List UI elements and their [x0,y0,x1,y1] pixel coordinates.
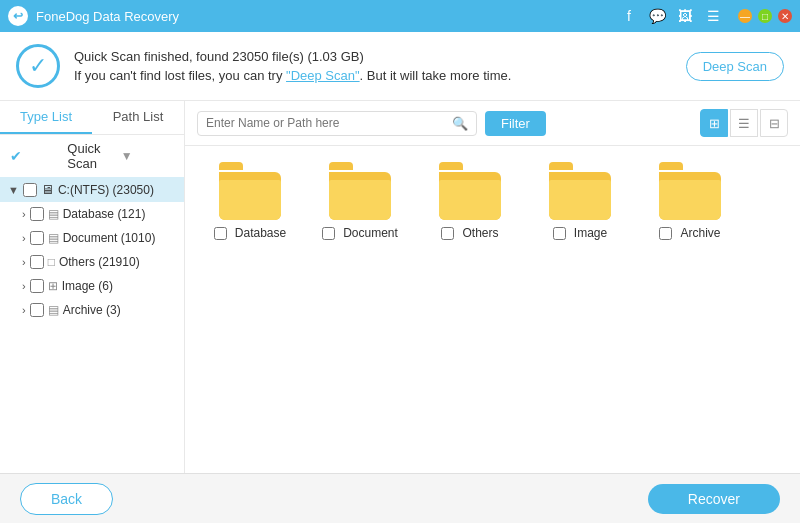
others-checkbox[interactable] [30,255,44,269]
database-icon: ▤ [48,207,59,221]
file-name-others: Others [462,226,498,240]
folder-icon [326,162,394,220]
file-checkbox-database[interactable] [214,227,227,240]
sidebar-item-image[interactable]: › ⊞ Image (6) [0,274,184,298]
archive-arrow-icon: › [22,304,26,316]
app-logo: ↩ [8,6,28,26]
file-grid: Database Document [185,146,800,473]
drive-icon: 🖥 [41,182,54,197]
main-container: ✓ Quick Scan finished, found 23050 file(… [0,32,800,523]
filter-button[interactable]: Filter [485,111,546,136]
back-button[interactable]: Back [20,483,113,515]
grid-view-btn[interactable]: ⊞ [700,109,728,137]
scan-banner: ✓ Quick Scan finished, found 23050 file(… [0,32,800,101]
titlebar: ↩ FoneDog Data Recovery f 💬 🖼 ☰ — □ ✕ [0,0,800,32]
file-checkbox-document[interactable] [322,227,335,240]
folder-icon [656,162,724,220]
sidebar: Type List Path List ✔ Quick Scan ▼ ▼ 🖥 C… [0,101,185,473]
quick-scan-row[interactable]: ✔ Quick Scan ▼ [0,135,184,177]
titlebar-social-icons: f 💬 🖼 ☰ [620,8,722,24]
others-icon: □ [48,255,55,269]
view-toggle-buttons: ⊞ ☰ ⊟ [700,109,788,137]
sidebar-item-archive[interactable]: › ▤ Archive (3) [0,298,184,322]
drive-label: C:(NTFS) (23050) [58,183,154,197]
sidebar-item-others[interactable]: › □ Others (21910) [0,250,184,274]
list-item[interactable]: Archive [645,162,735,240]
window-controls: — □ ✕ [738,9,792,23]
facebook-icon[interactable]: f [620,8,638,24]
image-type-icon: ⊞ [48,279,58,293]
file-view: 🔍 Filter ⊞ ☰ ⊟ [185,101,800,473]
list-item[interactable]: Others [425,162,515,240]
file-checkbox-others[interactable] [441,227,454,240]
file-toolbar: 🔍 Filter ⊞ ☰ ⊟ [185,101,800,146]
database-arrow-icon: › [22,208,26,220]
tab-type-list[interactable]: Type List [0,101,92,134]
others-label: Others (21910) [59,255,140,269]
close-btn[interactable]: ✕ [778,9,792,23]
sidebar-item-document[interactable]: › ▤ Document (1010) [0,226,184,250]
archive-icon: ▤ [48,303,59,317]
list-item[interactable]: Document [315,162,405,240]
app-title: FoneDog Data Recovery [36,9,620,24]
banner-text: Quick Scan finished, found 23050 file(s)… [74,47,686,86]
quick-scan-check-icon: ✔ [10,148,63,164]
menu-icon[interactable]: ☰ [704,8,722,24]
sidebar-tabs: Type List Path List [0,101,184,135]
sidebar-item-database[interactable]: › ▤ Database (121) [0,202,184,226]
drive-checkbox[interactable] [23,183,37,197]
document-icon: ▤ [48,231,59,245]
detail-view-btn[interactable]: ⊟ [760,109,788,137]
banner-line2: If you can't find lost files, you can tr… [74,66,686,86]
banner-line1: Quick Scan finished, found 23050 file(s)… [74,47,686,67]
search-box: 🔍 [197,111,477,136]
archive-label: Archive (3) [63,303,121,317]
file-name-database: Database [235,226,286,240]
quick-scan-chevron-icon: ▼ [121,149,174,163]
file-name-document: Document [343,226,398,240]
content-area: Type List Path List ✔ Quick Scan ▼ ▼ 🖥 C… [0,101,800,473]
recover-button[interactable]: Recover [648,484,780,514]
file-name-archive: Archive [680,226,720,240]
document-label: Document (1010) [63,231,156,245]
file-checkbox-image[interactable] [553,227,566,240]
document-arrow-icon: › [22,232,26,244]
image-arrow-icon: › [22,280,26,292]
list-item[interactable]: Image [535,162,625,240]
others-arrow-icon: › [22,256,26,268]
drive-row[interactable]: ▼ 🖥 C:(NTFS) (23050) [0,177,184,202]
drive-arrow-icon: ▼ [8,184,19,196]
file-name-image: Image [574,226,607,240]
tab-path-list[interactable]: Path List [92,101,184,134]
deep-scan-link[interactable]: "Deep Scan" [286,68,360,83]
sidebar-content: ✔ Quick Scan ▼ ▼ 🖥 C:(NTFS) (23050) › ▤ … [0,135,184,473]
search-icon: 🔍 [452,116,468,131]
search-input[interactable] [206,116,452,130]
maximize-btn[interactable]: □ [758,9,772,23]
image-icon[interactable]: 🖼 [676,8,694,24]
deep-scan-button[interactable]: Deep Scan [686,52,784,81]
archive-checkbox[interactable] [30,303,44,317]
folder-icon [546,162,614,220]
folder-icon [216,162,284,220]
footer: Back Recover [0,473,800,523]
list-view-btn[interactable]: ☰ [730,109,758,137]
quick-scan-label: Quick Scan [67,141,120,171]
database-label: Database (121) [63,207,146,221]
database-checkbox[interactable] [30,207,44,221]
file-checkbox-archive[interactable] [659,227,672,240]
image-label: Image (6) [62,279,113,293]
list-item[interactable]: Database [205,162,295,240]
chat-icon[interactable]: 💬 [648,8,666,24]
folder-icon [436,162,504,220]
document-checkbox[interactable] [30,231,44,245]
minimize-btn[interactable]: — [738,9,752,23]
check-circle-icon: ✓ [16,44,60,88]
image-checkbox[interactable] [30,279,44,293]
